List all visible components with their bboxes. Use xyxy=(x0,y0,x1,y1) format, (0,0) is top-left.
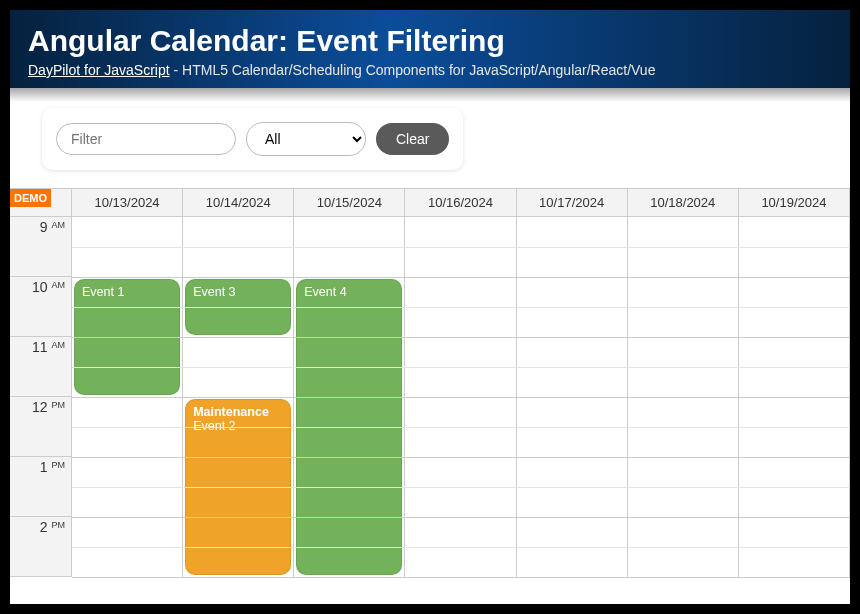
time-label: 10 AM xyxy=(10,277,71,337)
page-header: Angular Calendar: Event Filtering DayPil… xyxy=(10,10,850,88)
app-window: Angular Calendar: Event Filtering DayPil… xyxy=(10,10,850,604)
time-label: 1 PM xyxy=(10,457,71,517)
event-text: Event 3 xyxy=(193,285,283,299)
clear-button[interactable]: Clear xyxy=(376,123,449,155)
filter-input[interactable] xyxy=(56,123,236,155)
calendar-header-row: DEMO 10/13/2024 10/14/2024 10/15/2024 10… xyxy=(10,189,850,217)
time-label: 11 AM xyxy=(10,337,71,397)
time-label: 2 PM xyxy=(10,517,71,577)
day-header[interactable]: 10/13/2024 xyxy=(72,189,183,216)
calendar-body: 9 AM 10 AM 11 AM 12 PM 1 PM 2 PM Event 1… xyxy=(10,217,850,577)
day-header[interactable]: 10/17/2024 xyxy=(517,189,628,216)
time-label: 12 PM xyxy=(10,397,71,457)
page-subtitle: DayPilot for JavaScript - HTML5 Calendar… xyxy=(28,62,832,78)
subtitle-text: - HTML5 Calendar/Scheduling Components f… xyxy=(170,62,656,78)
event-text: Event 2 xyxy=(193,419,283,433)
header-link[interactable]: DayPilot for JavaScript xyxy=(28,62,170,78)
demo-badge: DEMO xyxy=(10,189,51,207)
time-column: 9 AM 10 AM 11 AM 12 PM 1 PM 2 PM xyxy=(10,217,72,577)
event-text: Event 4 xyxy=(304,285,394,299)
day-header[interactable]: 10/16/2024 xyxy=(405,189,516,216)
event-title: Maintenance xyxy=(193,405,283,419)
filter-select[interactable]: All xyxy=(246,122,366,156)
day-header[interactable]: 10/18/2024 xyxy=(628,189,739,216)
time-column-header: DEMO xyxy=(10,189,72,216)
event-text: Event 1 xyxy=(82,285,172,299)
time-label: 9 AM xyxy=(10,217,71,277)
filter-bar: All Clear xyxy=(42,108,463,170)
day-header[interactable]: 10/15/2024 xyxy=(294,189,405,216)
day-header[interactable]: 10/19/2024 xyxy=(739,189,850,216)
day-header[interactable]: 10/14/2024 xyxy=(183,189,294,216)
calendar: DEMO 10/13/2024 10/14/2024 10/15/2024 10… xyxy=(10,188,850,577)
day-columns: Event 1 Event 3MaintenanceEvent 2 Event … xyxy=(72,217,850,577)
page-title: Angular Calendar: Event Filtering xyxy=(28,24,832,58)
